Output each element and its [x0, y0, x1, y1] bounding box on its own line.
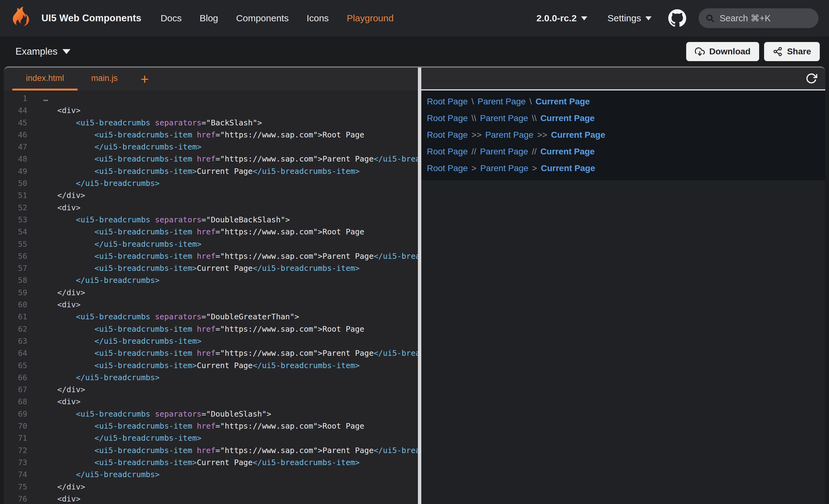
code-text: … [39, 92, 48, 104]
breadcrumb-link[interactable]: Root Page [427, 147, 468, 157]
code-line: 56 <ui5-breadcrumbs-item href="https://w… [4, 250, 418, 262]
ui5-phoenix-logo-icon [10, 6, 35, 31]
nav-item-icons[interactable]: Icons [307, 13, 329, 24]
code-text: <ui5-breadcrumbs-item>Current Page</ui5-… [39, 165, 360, 177]
code-line: 76 <div> [4, 493, 418, 504]
preview-content: Root Page\Parent Page\Current PageRoot P… [421, 90, 825, 180]
code-line: 58 </ui5-breadcrumbs> [4, 274, 418, 286]
breadcrumb-current: Current Page [540, 147, 595, 157]
tab-main.js[interactable]: main.js [78, 68, 131, 90]
code-text: <ui5-breadcrumbs-item href="https://www.… [39, 226, 364, 238]
preview-header [421, 68, 825, 90]
code-line: 66 </ui5-breadcrumbs> [4, 372, 418, 384]
version-label: 2.0.0-rc.2 [537, 13, 577, 24]
preview-pane: Root Page\Parent Page\Current PageRoot P… [421, 68, 825, 504]
download-cloud-icon [695, 47, 705, 56]
code-text: </div> [39, 286, 85, 299]
breadcrumb-link[interactable]: Root Page [427, 163, 468, 173]
line-number: 47 [4, 141, 27, 153]
code-line: 50 </ui5-breadcrumbs> [4, 177, 418, 189]
nav-item-components[interactable]: Components [236, 13, 289, 24]
code-text: </ui5-breadcrumbs> [39, 177, 159, 189]
examples-toolbar: Examples Download Share [0, 36, 829, 66]
tab-index.html[interactable]: index.html [12, 68, 78, 90]
code-line: 62 <ui5-breadcrumbs-item href="https://w… [4, 323, 418, 335]
breadcrumbs-list: Root Page\Parent Page\Current PageRoot P… [427, 93, 825, 177]
breadcrumb-link[interactable]: Root Page [427, 96, 468, 107]
line-number: 65 [4, 359, 27, 372]
breadcrumb-separator: \ [471, 96, 474, 107]
line-number: 55 [4, 238, 27, 250]
code-text: <ui5-breadcrumbs-item href="https://www.… [39, 323, 364, 335]
breadcrumb-row: Root Page\Parent Page\Current Page [427, 93, 825, 110]
code-text: <ui5-breadcrumbs separators="BackSlash"> [39, 117, 262, 129]
settings-dropdown[interactable]: Settings [608, 13, 652, 24]
search-icon [706, 13, 715, 23]
code-text: </ui5-breadcrumbs-item> [39, 432, 202, 444]
nav-item-docs[interactable]: Docs [160, 13, 181, 24]
code-line: 74 </ui5-breadcrumbs> [4, 468, 418, 480]
code-text: </div> [39, 384, 85, 396]
breadcrumb-link[interactable]: Parent Page [477, 96, 526, 107]
line-number: 75 [4, 481, 27, 493]
breadcrumb-link[interactable]: Root Page [427, 113, 468, 123]
code-text: <div> [39, 202, 80, 214]
code-line: 52 <div> [4, 202, 418, 214]
code-line: 57 <ui5-breadcrumbs-item>Current Page</u… [4, 262, 418, 274]
code-line: 63 </ui5-breadcrumbs-item> [4, 335, 418, 347]
breadcrumb-link[interactable]: Parent Page [485, 130, 534, 140]
github-icon[interactable] [668, 9, 686, 27]
search-input[interactable]: Search ⌘+K [698, 8, 819, 28]
code-text: <ui5-breadcrumbs-item>Current Page</ui5-… [39, 262, 360, 274]
code-text: </ui5-breadcrumbs-item> [39, 141, 202, 153]
code-text: <ui5-breadcrumbs-item>Current Page</ui5-… [39, 359, 360, 372]
version-dropdown[interactable]: 2.0.0-rc.2 [537, 13, 587, 24]
breadcrumb-separator: // [471, 147, 476, 157]
code-line: 53 <ui5-breadcrumbs separators="DoubleBa… [4, 214, 418, 226]
line-number: 67 [4, 384, 27, 396]
brand[interactable]: UI5 Web Components [10, 6, 141, 31]
line-number: 56 [4, 250, 27, 262]
add-tab-button[interactable]: + [131, 68, 158, 90]
code-text: </ui5-breadcrumbs> [39, 274, 159, 286]
code-line: 73 <ui5-breadcrumbs-item>Current Page</u… [4, 457, 418, 468]
nav-item-playground[interactable]: Playground [347, 13, 394, 24]
code-text: <ui5-breadcrumbs separators="DoubleBackS… [39, 214, 290, 226]
code-text: </ui5-breadcrumbs-item> [39, 238, 202, 250]
code-line: 45 <ui5-breadcrumbs separators="BackSlas… [4, 117, 418, 129]
code-text: <div> [39, 493, 80, 504]
download-button[interactable]: Download [686, 42, 759, 61]
code-line: 48 <ui5-breadcrumbs-item href="https://w… [4, 153, 418, 165]
refresh-icon[interactable] [805, 73, 817, 84]
breadcrumb-link[interactable]: Parent Page [480, 113, 528, 123]
breadcrumb-row: Root Page\\Parent Page\\Current Page [427, 110, 825, 127]
code-text: <div> [39, 299, 80, 311]
line-number: 1 [4, 92, 27, 104]
breadcrumb-link[interactable]: Root Page [427, 130, 468, 140]
breadcrumb-separator: >> [537, 130, 547, 140]
code-line: 64 <ui5-breadcrumbs-item href="https://w… [4, 347, 418, 359]
code-text: <ui5-breadcrumbs-item href="https://www.… [39, 420, 364, 432]
chevron-down-icon [581, 16, 587, 21]
line-number: 49 [4, 165, 27, 177]
code-line: 69 <ui5-breadcrumbs separators="DoubleSl… [4, 408, 418, 420]
code-line: 59 </div> [4, 286, 418, 299]
code-text: </ui5-breadcrumbs> [39, 372, 159, 384]
breadcrumb-link[interactable]: Parent Page [480, 163, 529, 173]
toolbar-buttons: Download Share [686, 42, 820, 61]
nav-item-blog[interactable]: Blog [200, 13, 218, 24]
breadcrumb-current: Current Page [541, 163, 595, 173]
examples-label: Examples [15, 46, 58, 57]
code-line: 68 <div> [4, 396, 418, 408]
share-label: Share [787, 47, 811, 56]
examples-dropdown[interactable]: Examples [15, 46, 70, 57]
breadcrumb-row: Root Page//Parent Page//Current Page [427, 143, 825, 160]
line-number: 54 [4, 226, 27, 238]
share-button[interactable]: Share [764, 42, 820, 61]
code-editor[interactable]: 1 …44 <div>45 <ui5-breadcrumbs separator… [4, 90, 418, 504]
download-label: Download [709, 47, 751, 56]
pane-splitter[interactable] [418, 68, 421, 504]
breadcrumb-link[interactable]: Parent Page [480, 147, 528, 157]
code-line: 67 </div> [4, 384, 418, 396]
breadcrumb-separator: \ [530, 96, 532, 107]
